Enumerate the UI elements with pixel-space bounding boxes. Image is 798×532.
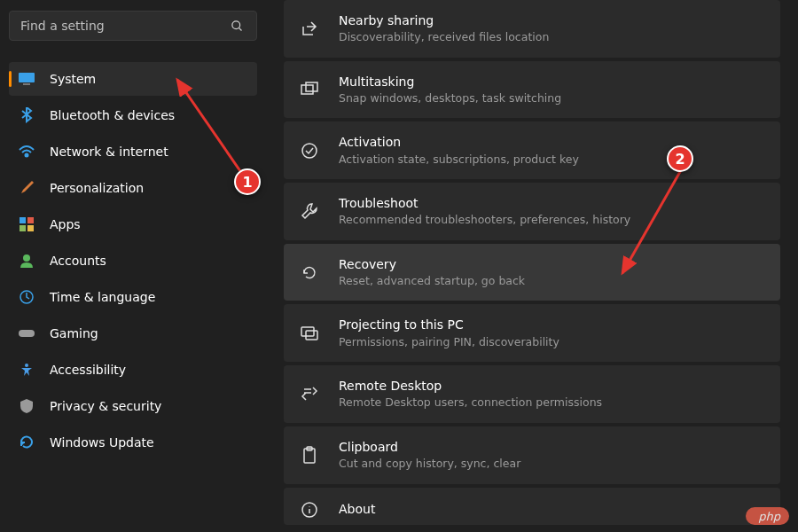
sidebar-item-label: Windows Update (50, 435, 154, 450)
multitask-icon (300, 80, 319, 99)
setting-desc: Reset, advanced startup, go back (339, 273, 525, 289)
sidebar-item-label: Accounts (50, 254, 106, 268)
accessibility-icon (18, 361, 35, 379)
sidebar-item-apps[interactable]: Apps (9, 207, 257, 241)
svg-rect-16 (301, 327, 314, 336)
sidebar-item-gaming[interactable]: Gaming (9, 317, 257, 350)
setting-recovery[interactable]: Recovery Reset, advanced startup, go bac… (284, 244, 780, 301)
svg-point-9 (23, 254, 30, 262)
sidebar-item-system[interactable]: System (9, 62, 257, 96)
apps-icon (18, 215, 35, 233)
setting-desc: Snap windows, desktops, task switching (339, 90, 561, 106)
sidebar: System Bluetooth & devices Network & int… (0, 0, 266, 532)
project-icon (300, 324, 319, 343)
check-circle-icon (300, 141, 319, 160)
main-content: Nearby sharing Discoverability, received… (266, 0, 798, 532)
sidebar-item-label: Time & language (50, 290, 155, 304)
setting-activation[interactable]: Activation Activation state, subscriptio… (284, 121, 780, 179)
setting-title: Troubleshoot (339, 195, 630, 211)
svg-line-1 (239, 27, 241, 30)
setting-projecting[interactable]: Projecting to this PC Permissions, pairi… (284, 304, 780, 362)
setting-about[interactable]: About (284, 488, 780, 525)
search-input[interactable] (20, 19, 228, 33)
monitor-icon (18, 70, 35, 88)
svg-point-15 (302, 144, 317, 158)
wifi-icon (18, 143, 35, 160)
wrench-icon (300, 201, 319, 221)
setting-title: Remote Desktop (339, 378, 602, 394)
sidebar-item-label: Personalization (50, 181, 144, 195)
sidebar-item-privacy[interactable]: Privacy & security (9, 389, 257, 423)
globe-clock-icon (18, 288, 35, 306)
search-icon (228, 17, 246, 35)
brush-icon (18, 179, 35, 197)
setting-desc: Recommended troubleshooters, preferences… (339, 212, 630, 228)
sidebar-item-label: System (50, 72, 96, 86)
svg-rect-2 (19, 73, 35, 82)
sidebar-item-personalization[interactable]: Personalization (9, 171, 257, 205)
sidebar-item-bluetooth[interactable]: Bluetooth & devices (9, 98, 257, 132)
sidebar-item-label: Gaming (50, 326, 98, 340)
svg-rect-6 (27, 217, 34, 223)
sidebar-item-accessibility[interactable]: Accessibility (9, 353, 257, 387)
bluetooth-icon (18, 106, 35, 124)
shield-icon (18, 397, 35, 415)
setting-title: Multitasking (339, 74, 561, 90)
sidebar-item-time[interactable]: Time & language (9, 280, 257, 314)
setting-clipboard[interactable]: Clipboard Cut and copy history, sync, cl… (284, 426, 780, 484)
svg-rect-5 (20, 217, 26, 223)
gamepad-icon (18, 325, 35, 342)
setting-desc: Permissions, pairing PIN, discoverabilit… (339, 334, 559, 350)
setting-title: Activation (339, 134, 579, 150)
sidebar-item-label: Privacy & security (50, 399, 161, 413)
svg-rect-11 (19, 330, 35, 337)
setting-troubleshoot[interactable]: Troubleshoot Recommended troubleshooters… (284, 183, 780, 240)
svg-rect-3 (23, 83, 30, 85)
setting-title: About (339, 501, 375, 517)
sidebar-item-network[interactable]: Network & internet (9, 135, 257, 168)
info-icon (300, 500, 319, 520)
sidebar-item-update[interactable]: Windows Update (9, 426, 257, 459)
setting-multitasking[interactable]: Multitasking Snap windows, desktops, tas… (284, 61, 780, 119)
sidebar-item-label: Bluetooth & devices (50, 108, 175, 122)
svg-point-4 (26, 154, 28, 157)
setting-desc: Cut and copy history, sync, clear (339, 456, 520, 472)
sidebar-item-accounts[interactable]: Accounts (9, 244, 257, 278)
setting-title: Nearby sharing (339, 12, 549, 28)
setting-desc: Remote Desktop users, connection permiss… (339, 395, 602, 411)
clipboard-icon (300, 445, 319, 465)
search-box[interactable] (9, 11, 257, 41)
svg-rect-7 (20, 225, 26, 231)
svg-rect-17 (306, 331, 317, 340)
remote-icon (300, 384, 319, 403)
setting-remote-desktop[interactable]: Remote Desktop Remote Desktop users, con… (284, 365, 780, 423)
person-icon (18, 252, 35, 270)
setting-title: Projecting to this PC (339, 317, 559, 332)
recovery-icon (300, 262, 319, 282)
setting-nearby-sharing[interactable]: Nearby sharing Discoverability, received… (284, 0, 780, 58)
sidebar-item-label: Apps (50, 217, 81, 231)
svg-rect-13 (301, 85, 313, 94)
update-icon (18, 434, 35, 451)
sidebar-item-label: Accessibility (50, 363, 126, 377)
svg-point-0 (231, 20, 239, 28)
svg-rect-8 (27, 225, 34, 231)
setting-title: Recovery (339, 256, 525, 272)
sidebar-item-label: Network & internet (50, 145, 168, 159)
setting-desc: Discoverability, received files location (339, 29, 549, 45)
setting-desc: Activation state, subscriptions, product… (339, 152, 579, 168)
watermark: php (746, 507, 789, 525)
svg-rect-14 (306, 82, 317, 91)
svg-point-12 (25, 364, 28, 367)
setting-title: Clipboard (339, 439, 520, 455)
share-icon (300, 19, 319, 38)
